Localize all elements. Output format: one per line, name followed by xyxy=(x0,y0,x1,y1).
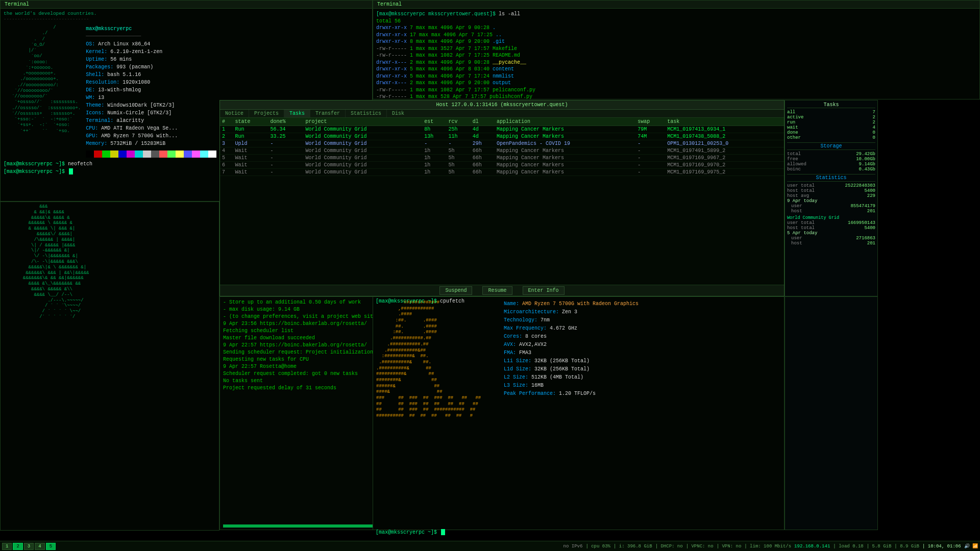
col-done: done% xyxy=(268,118,304,126)
neofetch-info: max@mksscryerpc ────────────────── OS: A… xyxy=(86,25,216,158)
tab-projects[interactable]: Projects xyxy=(249,110,284,117)
cell-app: Mapping Cancer Markers xyxy=(495,133,635,140)
cell-rcv: 11h xyxy=(446,133,470,140)
cell-done: 56.34 xyxy=(268,126,304,133)
col-rcv: rcv xyxy=(446,118,470,126)
ip-status: 192.168.0.141 xyxy=(794,544,830,549)
tab-transfer[interactable]: Transfer xyxy=(310,110,346,117)
workspace-2[interactable]: 2 xyxy=(13,543,22,550)
workspaces[interactable]: 1 2 3 4 5 xyxy=(2,543,56,550)
cell-num: 6 xyxy=(220,162,233,169)
suspend-button[interactable]: Suspend xyxy=(439,286,472,295)
disk-status: | 8.9 GiB xyxy=(894,544,919,549)
cpufetch-prompt: [max@mksscryerpc ~]$ cpufetch xyxy=(373,296,785,307)
boinc-buttons[interactable]: Suspend Resume Enter Info xyxy=(220,285,784,296)
load-status: | load 0.18 xyxy=(833,544,863,549)
cpu-status: | cpu 03% xyxy=(585,544,610,549)
tab-disk[interactable]: Disk xyxy=(387,110,409,117)
cell-task: MCM1_0197169_9967_2 xyxy=(665,155,784,162)
boinc-table: # state done% project est rcv dl applica… xyxy=(220,118,784,176)
cpufetch-panel: `############# ,############ .#### :##. … xyxy=(373,296,785,530)
cell-est: 13h xyxy=(422,133,446,140)
cell-app: Mapping Cancer Markers xyxy=(495,162,635,169)
workspace-4[interactable]: 4 xyxy=(35,543,44,550)
cell-rcv: 5h xyxy=(446,169,470,176)
cell-num: 1 xyxy=(220,126,233,133)
cell-swap: - xyxy=(635,162,665,169)
cell-app: OpenPandemics - COVID 19 xyxy=(495,140,635,147)
workspace-1[interactable]: 1 xyxy=(2,543,12,550)
cell-dl: 4d xyxy=(471,126,495,133)
cell-done: - xyxy=(268,140,304,147)
no-ipv6: no IPv6 xyxy=(564,544,583,549)
col-num: # xyxy=(220,118,233,126)
stats-right-panel xyxy=(785,296,878,530)
col-state: state xyxy=(233,118,268,126)
cell-state: Wait xyxy=(233,162,268,169)
resume-button[interactable]: Resume xyxy=(482,286,512,295)
boinc-tabs[interactable]: Notice Projects Tasks Transfer Statistic… xyxy=(220,110,784,118)
cell-task: MCM1_0197491_5899_2 xyxy=(665,147,784,155)
boinc-title: Host 127.0.0.1:31416 (mksscryertower.que… xyxy=(220,101,784,110)
tab-statistics[interactable]: Statistics xyxy=(346,110,387,117)
bottom-terminal-prompt: [max@mksscryerpc ~]$ xyxy=(373,528,785,538)
enter-info-button[interactable]: Enter Info xyxy=(523,286,565,295)
status-bar: no IPv6 | cpu 03% | i: 396.8 GiB | DHCP:… xyxy=(564,543,978,549)
cell-rcv: 5h xyxy=(446,155,470,162)
cpu-info: Name: AMD Ryzen 7 5700G with Radeon Grap… xyxy=(504,300,639,527)
col-project: project xyxy=(304,118,423,126)
workspace-5[interactable]: 5 xyxy=(46,543,56,550)
mem-status: | i: 396.8 GiB xyxy=(614,544,652,549)
bottom-left-terminal: &&& & &&|& &&&& &&&&&\& &&&& & &&&&&& \ … xyxy=(0,202,219,531)
cell-state: Wait xyxy=(233,147,268,155)
systray: 🔊 📶 xyxy=(964,543,978,549)
cell-task: MCM1_0197413_6934_1 xyxy=(665,126,784,133)
cell-done: - xyxy=(268,155,304,162)
vpn-status: | VPN: no xyxy=(717,544,742,549)
ls-prompt: [max@mksscryerpc mksscryertower.quest]$ … xyxy=(376,11,976,18)
col-task: task xyxy=(665,118,784,126)
scrollback-text: the world's developed countries. xyxy=(4,11,369,17)
cell-swap: - xyxy=(635,155,665,162)
cell-dl: 66h xyxy=(471,147,495,155)
cell-rcv: - xyxy=(446,140,470,147)
cell-num: 5 xyxy=(220,155,233,162)
vpnc-status: | VPNC: no xyxy=(686,544,714,549)
cell-state: Upld xyxy=(233,140,268,147)
cell-project: World Community Grid xyxy=(304,140,423,147)
top-right-terminal: Terminal [max@mksscryerpc mksscryertower… xyxy=(373,0,980,99)
cell-app: Mapping Cancer Markers xyxy=(495,126,635,133)
col-swap: swap xyxy=(635,118,665,126)
cell-num: 2 xyxy=(220,133,233,140)
cell-app: Mapping Cancer Markers xyxy=(495,147,635,155)
cell-dl: 66h xyxy=(471,162,495,169)
top-left-header: Terminal xyxy=(1,1,372,9)
workspace-3[interactable]: 3 xyxy=(24,543,34,550)
cell-num: 4 xyxy=(220,147,233,155)
time-status: | 10:04, 01:06 xyxy=(922,544,961,549)
cell-est: 1h xyxy=(422,155,446,162)
cell-dl: 66h xyxy=(471,155,495,162)
dhcp-status: | DHCP: no xyxy=(655,544,683,549)
cell-swap: - xyxy=(635,147,665,155)
boinc-panel: Host 127.0.0.1:31416 (mksscryertower.que… xyxy=(219,100,785,296)
cell-done: - xyxy=(268,169,304,176)
cpu-ascii-art: `############# ,############ .#### :##. … xyxy=(376,300,494,527)
cell-est: 1h xyxy=(422,169,446,176)
boinc-right-panel: Tasks all7 active2 run2 wait4 done0 othe… xyxy=(785,100,878,296)
cell-task: OPM1_0130121_00253_0 xyxy=(665,140,784,147)
cell-est: 1h xyxy=(422,147,446,155)
cell-project: World Community Grid xyxy=(304,155,423,162)
cell-project: World Community Grid xyxy=(304,147,423,155)
cell-state: Run xyxy=(233,133,268,140)
cell-project: World Community Grid xyxy=(304,169,423,176)
cell-done: - xyxy=(268,147,304,155)
cell-done: - xyxy=(268,162,304,169)
cell-num: 3 xyxy=(220,140,233,147)
tab-tasks[interactable]: Tasks xyxy=(284,110,310,117)
tab-notice[interactable]: Notice xyxy=(220,110,249,117)
cell-app: Mapping Cancer Markers xyxy=(495,155,635,162)
col-dl: dl xyxy=(471,118,495,126)
cell-swap: 79M xyxy=(635,126,665,133)
cell-swap: - xyxy=(635,140,665,147)
